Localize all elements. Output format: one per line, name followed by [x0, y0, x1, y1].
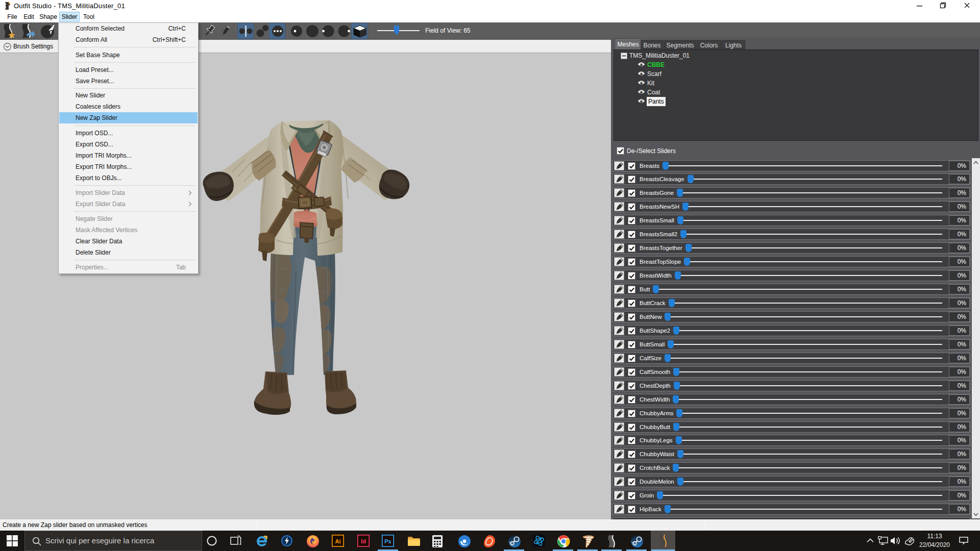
svg-text:Ps: Ps [384, 538, 391, 544]
svg-text:Id: Id [361, 538, 366, 544]
svg-text:Ai: Ai [335, 538, 341, 544]
